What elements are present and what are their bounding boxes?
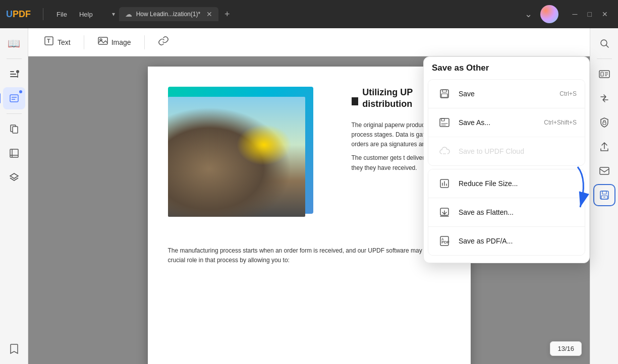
active-tab[interactable]: ☁ How Leadin...ization(1)* ✕ (119, 7, 218, 21)
save-shortcut: Ctrl+S (559, 90, 577, 97)
svg-point-3 (16, 70, 19, 73)
nav-chevron[interactable]: ⌄ (521, 7, 536, 22)
right-email-button[interactable] (593, 160, 615, 182)
svg-rect-1 (10, 74, 16, 75)
save-flatten-item[interactable]: Save as Flatten... (428, 198, 585, 226)
add-tab-button[interactable]: + (220, 7, 234, 22)
pdf-lower-text: The manufacturing process starts when an… (168, 242, 451, 265)
save-as-item[interactable]: Save As... Ctrl+Shift+S (428, 108, 585, 137)
sidebar-item-crop[interactable] (3, 142, 25, 164)
right-share-button[interactable] (593, 136, 615, 158)
svg-rect-15 (98, 37, 107, 44)
right-sidebar: Save as Other Save Ctrl+S (590, 28, 618, 364)
save-cloud-item: Save to UPDF Cloud (428, 137, 585, 165)
tab-cloud-icon: ☁ (125, 10, 132, 18)
sidebar-item-annotate[interactable] (3, 87, 25, 109)
left-sidebar: 📖 (0, 28, 28, 364)
tab-dropdown-arrow[interactable]: ▾ (110, 9, 117, 20)
right-convert-button[interactable] (593, 87, 615, 109)
save-cloud-icon (436, 143, 453, 159)
sidebar-item-bookmark[interactable] (3, 338, 25, 360)
right-protect-button[interactable] (593, 111, 615, 134)
link-tool-icon (158, 35, 169, 49)
image-tool-icon (97, 35, 108, 49)
close-button[interactable]: ✕ (598, 8, 612, 20)
reduce-size-icon (436, 175, 453, 192)
svg-rect-27 (602, 191, 606, 194)
svg-text:A: A (441, 237, 444, 241)
menu-help[interactable]: Help (74, 9, 98, 20)
save-cloud-label: Save to UPDF Cloud (459, 147, 577, 155)
app-logo: UPDF (6, 9, 31, 20)
right-save-button[interactable] (593, 184, 615, 206)
sidebar-divider-1 (7, 58, 22, 59)
reduce-size-label: Reduce File Size... (459, 179, 577, 188)
save-as-shortcut: Ctrl+Shift+S (544, 119, 577, 126)
save-pdfa-label: Save as PDF/A... (459, 237, 577, 245)
text-tool-icon: T (43, 35, 54, 49)
right-search-button[interactable] (593, 32, 615, 54)
right-ocr-button[interactable] (593, 63, 615, 85)
titlebar: UPDF File Help ▾ ☁ How Leadin...ization(… (0, 0, 618, 28)
toolbar: T Text Image (28, 28, 590, 56)
save-pdfa-item[interactable]: PDF A Save as PDF/A... (428, 226, 585, 255)
text-tool[interactable]: T Text (36, 31, 78, 53)
link-tool[interactable] (151, 31, 176, 53)
sidebar-item-read[interactable]: 📖 (3, 32, 25, 54)
save-as-dropdown: Save as Other Save Ctrl+S (423, 56, 590, 263)
save-as-icon (436, 114, 453, 131)
save-label: Save (459, 90, 553, 98)
save-as-label: Save As... (459, 118, 538, 127)
avatar-image (540, 5, 558, 23)
dropdown-group-1: Save Ctrl+S Save As... Ctrl+Shift+S (428, 79, 585, 166)
svg-rect-9 (13, 127, 18, 133)
save-icon (436, 86, 453, 102)
toolbar-separator (84, 35, 84, 49)
sidebar-item-pages[interactable] (3, 118, 25, 140)
pdf-page: Utilizing UP distribution The original p… (148, 67, 471, 364)
reduce-size-item[interactable]: Reduce File Size... (428, 169, 585, 198)
dropdown-group-2: Reduce File Size... Save as Flatten... (428, 169, 585, 256)
svg-rect-33 (441, 94, 447, 97)
app-body: 📖 (0, 28, 618, 364)
svg-text:T: T (47, 38, 50, 44)
pdf-image (168, 87, 329, 228)
pdf-photo-inner (168, 97, 305, 217)
titlebar-menu: File Help (51, 9, 98, 20)
svg-rect-5 (10, 95, 18, 102)
sidebar-item-layers[interactable] (3, 166, 25, 189)
text-tool-label: Text (58, 38, 71, 46)
svg-rect-25 (600, 167, 609, 174)
save-flatten-label: Save as Flatten... (459, 208, 577, 216)
tab-close-button[interactable]: ✕ (206, 10, 212, 18)
svg-rect-20 (601, 72, 603, 76)
svg-rect-10 (10, 149, 18, 157)
svg-rect-2 (10, 71, 14, 72)
pdf-image-photo (168, 97, 305, 217)
titlebar-divider (43, 8, 43, 20)
sidebar-item-edit[interactable] (3, 63, 25, 85)
tab-area: ▾ ☁ How Leadin...ization(1)* ✕ + (110, 7, 311, 22)
image-tool[interactable]: Image (90, 31, 138, 53)
maximize-button[interactable]: □ (584, 8, 596, 20)
svg-rect-24 (603, 122, 606, 125)
save-flatten-icon (436, 204, 453, 220)
pdf-black-square (352, 97, 359, 105)
menu-file[interactable]: File (51, 9, 72, 20)
dropdown-title: Save as Other (424, 63, 589, 79)
tab-title: How Leadin...ization(1)* (136, 11, 200, 18)
user-avatar[interactable] (540, 5, 558, 23)
window-controls: ─ □ ✕ (569, 8, 612, 20)
svg-line-18 (606, 45, 608, 48)
toolbar-separator-2 (144, 35, 145, 49)
svg-rect-0 (10, 76, 18, 77)
sidebar-divider-2 (7, 113, 22, 114)
right-sidebar-divider-1 (597, 58, 612, 59)
save-pdfa-icon: PDF A (436, 233, 453, 249)
image-tool-label: Image (111, 38, 131, 46)
active-indicator (19, 90, 22, 93)
minimize-button[interactable]: ─ (569, 8, 582, 20)
page-indicator: 13/16 (550, 341, 582, 356)
save-item[interactable]: Save Ctrl+S (428, 80, 585, 108)
